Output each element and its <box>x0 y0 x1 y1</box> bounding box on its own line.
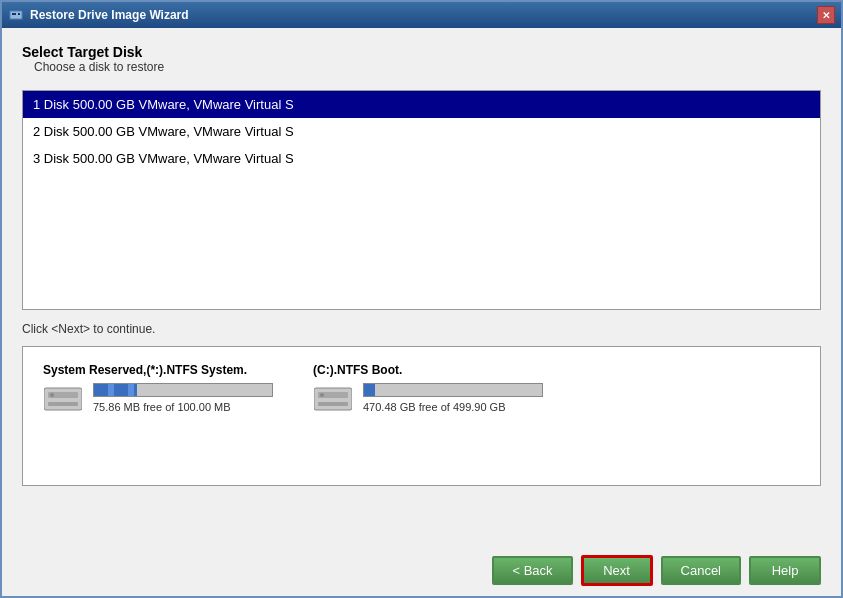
partition-label-2: (C:).NTFS Boot. <box>313 363 543 377</box>
hint-text: Click <Next> to continue. <box>22 322 821 336</box>
svg-rect-2 <box>18 13 20 15</box>
progress-bar-container-1: 75.86 MB free of 100.00 MB <box>93 383 273 413</box>
free-text-2: 470.48 GB free of 499.90 GB <box>363 401 543 413</box>
progress-bar-1 <box>93 383 273 397</box>
partition-container: System Reserved,(*:).NTFS System. <box>22 346 821 486</box>
title-bar: Restore Drive Image Wizard ✕ <box>2 2 841 28</box>
content-area: Select Target Disk Choose a disk to rest… <box>2 28 841 545</box>
partition-row-2: 470.48 GB free of 499.90 GB <box>313 383 543 413</box>
disk-icon-1 <box>43 383 83 413</box>
cancel-button[interactable]: Cancel <box>661 556 741 585</box>
free-text-1: 75.86 MB free of 100.00 MB <box>93 401 273 413</box>
disk-item-2[interactable]: 2 Disk 500.00 GB VMware, VMware Virtual … <box>23 118 820 145</box>
close-button[interactable]: ✕ <box>817 6 835 24</box>
svg-rect-5 <box>48 402 78 406</box>
disk-icon-2 <box>313 383 353 413</box>
svg-rect-3 <box>44 388 82 410</box>
header-section: Select Target Disk Choose a disk to rest… <box>22 44 821 74</box>
svg-rect-9 <box>318 402 348 406</box>
page-title: Select Target Disk <box>22 44 821 60</box>
partition-item-1: System Reserved,(*:).NTFS System. <box>43 363 273 413</box>
progress-fill-2 <box>364 384 375 396</box>
progress-bar-2 <box>363 383 543 397</box>
window-title: Restore Drive Image Wizard <box>30 8 189 22</box>
app-icon <box>8 7 24 23</box>
disk-list[interactable]: 1 Disk 500.00 GB VMware, VMware Virtual … <box>22 90 821 310</box>
page-subtitle: Choose a disk to restore <box>34 60 821 74</box>
help-button[interactable]: Help <box>749 556 821 585</box>
main-window: Restore Drive Image Wizard ✕ Select Targ… <box>0 0 843 598</box>
partition-row-1: 75.86 MB free of 100.00 MB <box>43 383 273 413</box>
progress-fill-1 <box>94 384 137 396</box>
partition-item-2: (C:).NTFS Boot. 470 <box>313 363 543 413</box>
svg-point-10 <box>320 393 324 397</box>
svg-rect-7 <box>314 388 352 410</box>
disk-item-1[interactable]: 1 Disk 500.00 GB VMware, VMware Virtual … <box>23 91 820 118</box>
title-bar-left: Restore Drive Image Wizard <box>8 7 189 23</box>
svg-rect-1 <box>12 13 16 15</box>
footer: < Back Next Cancel Help <box>2 545 841 596</box>
back-button[interactable]: < Back <box>492 556 572 585</box>
svg-point-6 <box>50 393 54 397</box>
partition-label-1: System Reserved,(*:).NTFS System. <box>43 363 273 377</box>
disk-item-3[interactable]: 3 Disk 500.00 GB VMware, VMware Virtual … <box>23 145 820 172</box>
next-button[interactable]: Next <box>581 555 653 586</box>
progress-bar-container-2: 470.48 GB free of 499.90 GB <box>363 383 543 413</box>
